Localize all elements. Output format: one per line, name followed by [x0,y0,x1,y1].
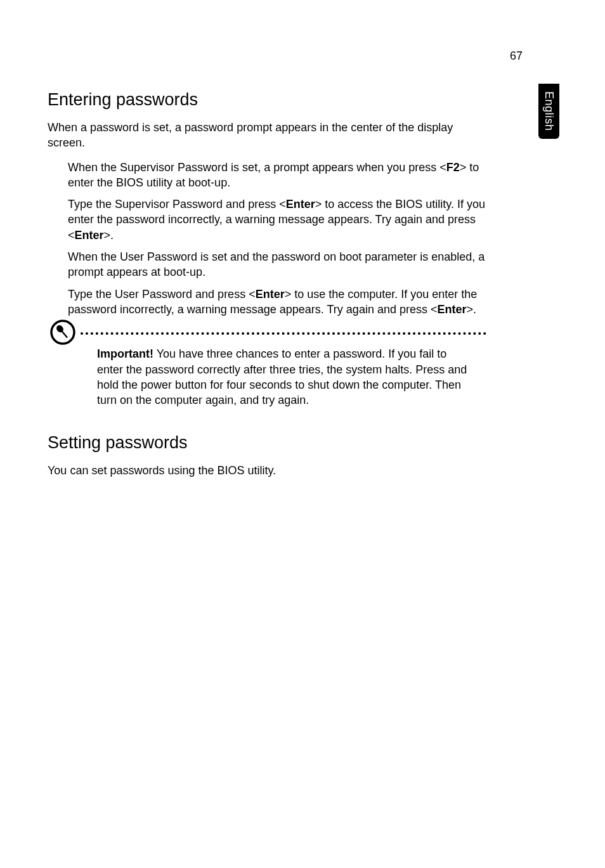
key-name: Enter [286,198,315,211]
note-label: Important! [97,347,153,360]
svg-rect-2 [62,331,68,339]
key-name: Enter [75,229,104,242]
text-fragment: Type the Supervisor Password and press < [68,198,286,211]
dotted-divider [81,332,486,337]
list-item: When the User Password is set and the pa… [68,249,491,280]
text-fragment: When the User Password is set and the pa… [68,250,485,278]
key-name: Enter [256,288,285,301]
list-item: When the Supervisor Password is set, a p… [68,160,491,191]
intro-text: When a password is set, a password promp… [48,120,491,151]
instruction-list: When the Supervisor Password is set, a p… [68,160,491,318]
important-note: Important! You have three chances to ent… [48,332,491,408]
heading-entering-passwords: Entering passwords [48,90,491,110]
key-name: F2 [446,161,460,174]
setting-passwords-section: Setting passwords You can set passwords … [48,433,491,478]
text-fragment: >. [466,303,476,316]
key-name: Enter [437,303,466,316]
page-number: 67 [510,49,523,63]
text-fragment: Type the User Password and press < [68,288,256,301]
list-item: Type the User Password and press <Enter>… [68,287,491,318]
heading-setting-passwords: Setting passwords [48,433,491,453]
setting-intro: You can set passwords using the BIOS uti… [48,463,491,478]
text-fragment: >. [104,229,114,242]
text-fragment: When the Supervisor Password is set, a p… [68,161,446,174]
language-tab: English [538,84,559,139]
list-item: Type the Supervisor Password and press <… [68,197,491,243]
content-area: Entering passwords When a password is se… [48,90,491,488]
pin-icon [49,318,77,349]
note-text: Important! You have three chances to ent… [97,346,475,408]
